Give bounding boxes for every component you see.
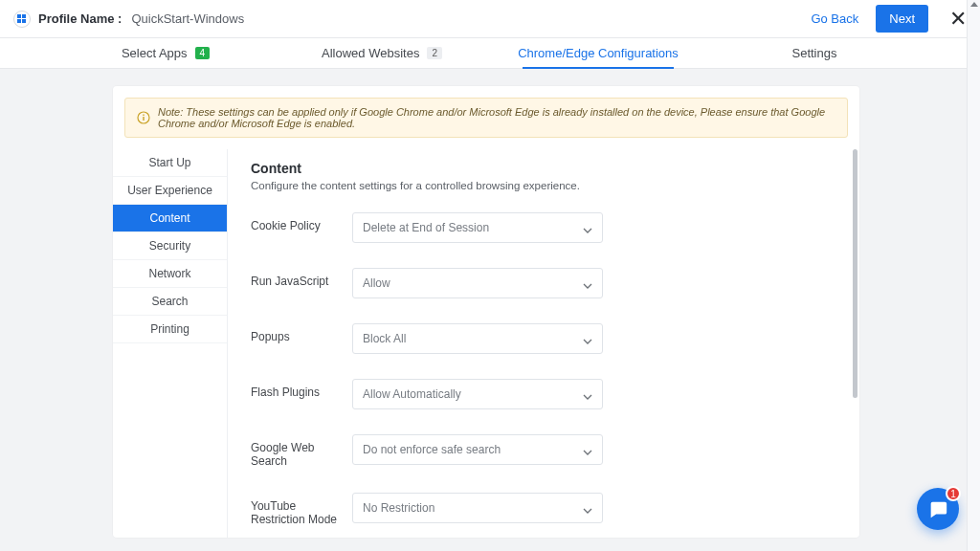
close-icon[interactable]: ✕ — [949, 9, 967, 30]
go-back-link[interactable]: Go Back — [811, 11, 858, 26]
select-cookie-policy[interactable]: Delete at End of Session — [352, 212, 603, 243]
row-run-javascript: Run JavaScript Allow — [251, 268, 836, 298]
chevron-down-icon — [583, 280, 592, 294]
select-run-javascript[interactable]: Allow — [352, 268, 603, 298]
next-button[interactable]: Next — [876, 5, 928, 33]
windows-icon — [13, 11, 31, 28]
sidenav-item-printing[interactable]: Printing — [113, 316, 227, 343]
section-description: Configure the content settings for a con… — [251, 180, 836, 191]
chevron-down-icon — [583, 505, 592, 518]
sidenav-item-search[interactable]: Search — [113, 288, 227, 316]
chat-button[interactable]: 1 — [917, 488, 959, 530]
row-label: Cookie Policy — [251, 212, 352, 232]
chevron-down-icon — [583, 447, 592, 460]
row-flash-plugins: Flash Plugins Allow Automatically — [251, 379, 836, 409]
tab-label: Chrome/Edge Configurations — [518, 46, 679, 60]
config-card: Note: These settings can be applied only… — [113, 86, 859, 538]
row-google-web-search: Google Web Search Do not enforce safe se… — [251, 434, 836, 468]
tab-select-apps[interactable]: Select Apps 4 — [57, 38, 274, 68]
content-area: Content Configure the content settings f… — [228, 149, 859, 538]
sidenav-item-network[interactable]: Network — [113, 260, 227, 288]
notice-banner: Note: These settings can be applied only… — [124, 98, 848, 138]
select-value: Do not enforce safe search — [363, 443, 501, 456]
chat-badge: 1 — [946, 486, 961, 501]
row-label: Google Web Search — [251, 434, 352, 468]
tab-label: Allowed Websites — [322, 46, 419, 60]
scroll-up-icon — [970, 2, 978, 7]
svg-rect-2 — [17, 19, 21, 23]
chevron-down-icon — [583, 225, 592, 238]
select-value: Allow — [363, 276, 390, 290]
profile-name-value: QuickStart-Windows — [131, 11, 244, 26]
tab-allowed-websites[interactable]: Allowed Websites 2 — [274, 38, 490, 68]
topbar: Profile Name : QuickStart-Windows Go Bac… — [0, 0, 980, 38]
select-value: Delete at End of Session — [363, 221, 489, 234]
info-icon — [137, 111, 150, 124]
sidenav: Start Up User Experience Content Securit… — [113, 149, 228, 538]
tab-label: Settings — [792, 46, 837, 60]
select-flash-plugins[interactable]: Allow Automatically — [352, 379, 603, 409]
section-title: Content — [251, 161, 836, 176]
row-label: Run JavaScript — [251, 268, 352, 288]
svg-rect-6 — [143, 115, 144, 116]
row-label: Popups — [251, 323, 352, 343]
chevron-down-icon — [583, 391, 592, 405]
tab-settings[interactable]: Settings — [706, 38, 923, 68]
select-value: No Restriction — [363, 501, 434, 515]
notice-text: Note: These settings can be applied only… — [158, 106, 835, 129]
sidenav-item-startup[interactable]: Start Up — [113, 149, 227, 177]
row-popups: Popups Block All — [251, 323, 836, 354]
page-scrollbar[interactable] — [967, 0, 980, 551]
sidenav-item-content[interactable]: Content — [113, 205, 227, 232]
select-value: Allow Automatically — [363, 387, 461, 401]
svg-rect-3 — [22, 19, 26, 23]
row-youtube-restriction: YouTube Restriction Mode No Restriction — [251, 493, 836, 526]
content-scrollbar[interactable] — [853, 149, 858, 538]
select-value: Block All — [363, 332, 406, 345]
tabs-row: Select Apps 4 Allowed Websites 2 Chrome/… — [0, 38, 980, 69]
tab-badge: 4 — [195, 47, 211, 59]
row-label: Flash Plugins — [251, 379, 352, 399]
chevron-down-icon — [583, 336, 592, 349]
select-google-web-search[interactable]: Do not enforce safe search — [352, 434, 603, 465]
profile-name-label: Profile Name : — [38, 11, 122, 26]
sidenav-item-security[interactable]: Security — [113, 232, 227, 260]
tab-badge: 2 — [427, 47, 442, 59]
svg-rect-1 — [22, 14, 26, 18]
svg-rect-5 — [143, 117, 144, 121]
row-label: YouTube Restriction Mode — [251, 493, 352, 526]
row-cookie-policy: Cookie Policy Delete at End of Session — [251, 212, 836, 243]
chat-icon — [927, 498, 948, 519]
tab-chrome-edge[interactable]: Chrome/Edge Configurations — [490, 38, 706, 68]
scrollbar-thumb[interactable] — [853, 149, 858, 398]
sidenav-item-user-experience[interactable]: User Experience — [113, 177, 227, 205]
select-youtube-restriction[interactable]: No Restriction — [352, 493, 603, 523]
tab-label: Select Apps — [122, 46, 188, 60]
select-popups[interactable]: Block All — [352, 323, 603, 354]
svg-rect-0 — [17, 14, 21, 18]
